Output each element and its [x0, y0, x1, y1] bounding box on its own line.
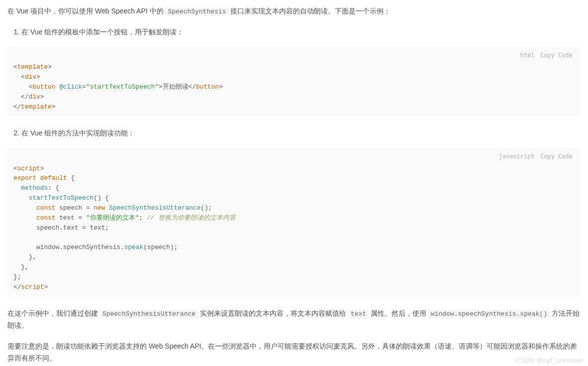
code-lang-1: html — [520, 52, 535, 59]
code-lang-2: javascript — [498, 153, 534, 160]
step-1: 在 Vue 组件的模板中添加一个按钮，用于触发朗读： — [21, 26, 581, 38]
code-block-2: javascript Copy Code <script> export def… — [7, 147, 581, 297]
code-header-1: html Copy Code — [13, 49, 575, 62]
code-content-2[interactable]: <script> export default { methods: { sta… — [13, 164, 575, 292]
code-content-1[interactable]: <template> <div> <button @click="startTe… — [13, 62, 575, 112]
step-2: 在 Vue 组件的方法中实现朗读功能： — [21, 127, 581, 139]
article-body: 在 Vue 项目中，你可以使用 Web Speech API 中的 Speech… — [0, 0, 588, 366]
step-list-1: 在 Vue 组件的模板中添加一个按钮，用于触发朗读： — [7, 26, 581, 38]
explain-paragraph-2: 需要注意的是，朗读功能依赖于浏览器支持的 Web Speech API。在一些浏… — [7, 341, 581, 365]
step-list-2: 在 Vue 组件的方法中实现朗读功能： — [7, 127, 581, 139]
code-ref-text: text — [348, 310, 369, 318]
copy-code-button-2[interactable]: Copy Code — [540, 153, 573, 160]
code-ref-speak: window.speechSynthesis.speak() — [428, 310, 550, 318]
intro-paragraph: 在 Vue 项目中，你可以使用 Web Speech API 中的 Speech… — [7, 5, 581, 17]
code-block-1: html Copy Code <template> <div> <button … — [7, 46, 581, 117]
code-ref-utterance: SpeechSynthesisUtterance — [100, 310, 198, 318]
intro-pre: 在 Vue 项目中，你可以使用 Web Speech API 中的 — [7, 7, 165, 15]
intro-post: 接口来实现文本内容的自动朗读。下面是一个示例： — [228, 7, 391, 15]
intro-code: SpeechSynthesis — [165, 7, 228, 16]
code-header-2: javascript Copy Code — [13, 150, 575, 163]
explain-paragraph-1: 在这个示例中，我们通过创建 SpeechSynthesisUtterance 实… — [7, 308, 581, 332]
copy-code-button-1[interactable]: Copy Code — [540, 52, 573, 59]
